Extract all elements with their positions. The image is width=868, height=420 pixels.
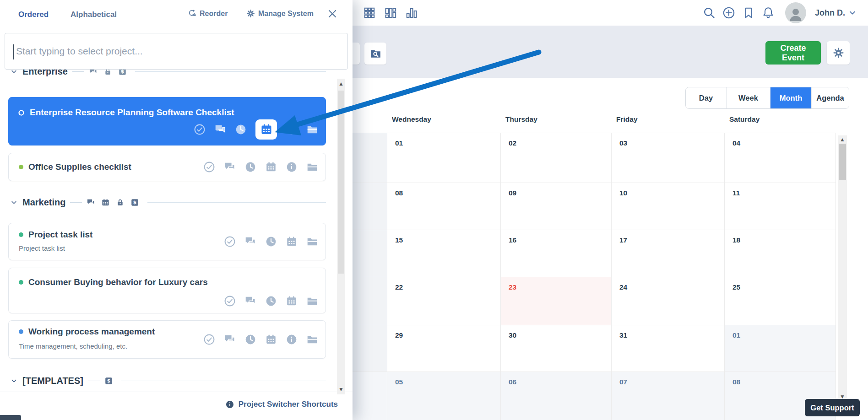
project-group-marketing[interactable]: Marketing (10, 192, 326, 212)
project-chat-icon[interactable] (244, 236, 256, 248)
tab-week[interactable]: Week (726, 87, 770, 108)
close-panel-button[interactable] (327, 7, 340, 20)
calendar-day-cell-other-month[interactable]: 07 (612, 372, 725, 420)
project-tasks-icon[interactable] (203, 161, 215, 173)
project-card-erp[interactable]: Enterprise Resource Planning Software Ch… (8, 97, 326, 145)
project-card-task-list[interactable]: Project task list Project task list (8, 223, 326, 260)
get-support-button[interactable]: Get Support (805, 399, 860, 416)
calendar-day-cell-other-month[interactable]: 06 (501, 372, 612, 420)
tab-day[interactable]: Day (686, 87, 726, 108)
project-info-icon[interactable] (286, 161, 298, 173)
project-files-icon[interactable] (306, 334, 318, 345)
project-chat-icon[interactable] (224, 161, 236, 173)
project-calendar-icon-highlighted[interactable] (255, 119, 277, 140)
calendar-day-cell[interactable]: 09 (501, 183, 612, 230)
calendar-day-cell-partial[interactable] (353, 372, 387, 420)
tab-agenda[interactable]: Agenda (811, 87, 849, 108)
calendar-day-cell-other-month[interactable]: 01 (725, 325, 836, 372)
project-chat-icon[interactable] (224, 334, 236, 345)
project-files-icon[interactable] (306, 236, 318, 248)
calendar-day-cell-partial[interactable] (353, 277, 387, 325)
chevron-down-icon[interactable] (10, 199, 18, 206)
scrollbar-thumb[interactable] (338, 91, 344, 274)
reorder-button[interactable]: Reorder (188, 9, 228, 18)
project-time-icon[interactable] (265, 236, 277, 248)
calendar-day-cell[interactable]: 10 (612, 183, 725, 230)
calendar-day-cell-partial[interactable] (353, 230, 387, 277)
project-calendar-icon[interactable] (265, 334, 277, 345)
scroll-up-icon[interactable]: ▲ (337, 81, 345, 87)
view-chart-button[interactable] (404, 5, 419, 21)
calendar-day-cell-today[interactable]: 23 (501, 277, 612, 325)
project-files-icon[interactable] (306, 161, 318, 173)
project-card-office-supplies[interactable]: Office Supplies checklist (8, 153, 326, 181)
project-chat-icon[interactable] (244, 295, 256, 307)
view-grid-button[interactable] (362, 5, 377, 21)
chevron-down-icon[interactable] (10, 377, 18, 385)
calendar-day-cell[interactable]: 29 (387, 325, 501, 372)
project-tasks-icon[interactable] (203, 334, 215, 345)
calendar-day-cell-partial[interactable] (353, 183, 387, 230)
scroll-up-icon[interactable]: ▲ (838, 136, 847, 143)
view-kanban-button[interactable] (383, 5, 398, 21)
tab-ordered[interactable]: Ordered (18, 10, 49, 19)
project-tasks-icon[interactable] (194, 124, 206, 135)
project-card-working-process[interactable]: Working process management Time manageme… (8, 320, 326, 359)
create-event-button[interactable]: Create Event (765, 41, 821, 65)
calendar-day-cell[interactable]: 25 (725, 277, 836, 325)
tab-alphabetical[interactable]: Alphabetical (71, 10, 117, 19)
project-files-icon[interactable] (306, 295, 318, 307)
scrollbar-thumb[interactable] (839, 144, 846, 180)
manage-system-button[interactable]: Manage System (246, 9, 314, 18)
calendar-day-cell[interactable]: 03 (612, 133, 725, 183)
project-calendar-icon[interactable] (286, 295, 298, 307)
project-calendar-icon[interactable] (286, 236, 298, 248)
search-button[interactable] (703, 6, 716, 20)
calendar-day-cell[interactable]: 30 (501, 325, 612, 372)
calendar-day-cell[interactable]: 01 (387, 133, 501, 183)
project-files-icon[interactable] (306, 124, 318, 135)
calendar-day-cell[interactable]: 04 (725, 133, 836, 183)
calendar-day-cell[interactable]: 31 (612, 325, 725, 372)
user-menu[interactable]: John D. (812, 8, 860, 18)
divider (70, 202, 82, 203)
project-chat-icon[interactable] (214, 124, 226, 135)
info-icon (225, 400, 234, 409)
project-time-icon[interactable] (244, 161, 256, 173)
notifications-button[interactable] (762, 6, 776, 20)
tab-month[interactable]: Month (770, 87, 811, 108)
calendar-day-cell[interactable]: 02 (501, 133, 612, 183)
project-time-icon[interactable] (244, 334, 256, 345)
add-button[interactable] (722, 6, 736, 20)
project-group-templates[interactable]: [TEMPLATES] (10, 371, 326, 391)
project-search-input[interactable] (5, 33, 347, 69)
project-calendar-icon[interactable] (265, 161, 277, 173)
scroll-down-icon[interactable]: ▼ (337, 386, 345, 393)
project-card-consumer-buying[interactable]: Consumer Buying behavior for Luxury cars (8, 268, 326, 313)
calendar-settings-button[interactable] (827, 41, 850, 65)
calendar-day-cell[interactable]: 08 (387, 183, 501, 230)
calendar-day-cell-partial[interactable] (353, 325, 387, 372)
project-time-icon[interactable] (265, 295, 277, 307)
project-tasks-icon[interactable] (224, 236, 236, 248)
calendar-day-cell[interactable]: 11 (725, 183, 836, 230)
calendar-day-cell[interactable]: 16 (501, 230, 612, 277)
calendar-day-cell-partial[interactable] (353, 133, 387, 183)
calendar-day-cell[interactable]: 24 (612, 277, 725, 325)
panel-scrollbar[interactable]: ▲ ▼ (337, 79, 345, 394)
calendar-day-cell-other-month[interactable]: 05 (387, 372, 501, 420)
project-title: Project task list (28, 230, 92, 240)
bookmarks-button[interactable] (742, 6, 756, 20)
project-time-icon[interactable] (235, 124, 247, 135)
project-tasks-icon[interactable] (224, 295, 236, 307)
project-switcher-shortcuts-link[interactable]: Project Switcher Shortcuts (222, 399, 341, 409)
project-info-icon[interactable] (286, 334, 298, 345)
calendar-day-cell[interactable]: 22 (387, 277, 501, 325)
calendar-scrollbar[interactable]: ▲ ▼ (838, 135, 847, 401)
calendar-day-cell[interactable]: 17 (612, 230, 725, 277)
project-info-icon[interactable] (286, 124, 298, 135)
project-search-button[interactable] (364, 43, 386, 65)
avatar[interactable] (785, 2, 806, 23)
calendar-day-cell[interactable]: 18 (725, 230, 836, 277)
calendar-day-cell[interactable]: 15 (387, 230, 501, 277)
